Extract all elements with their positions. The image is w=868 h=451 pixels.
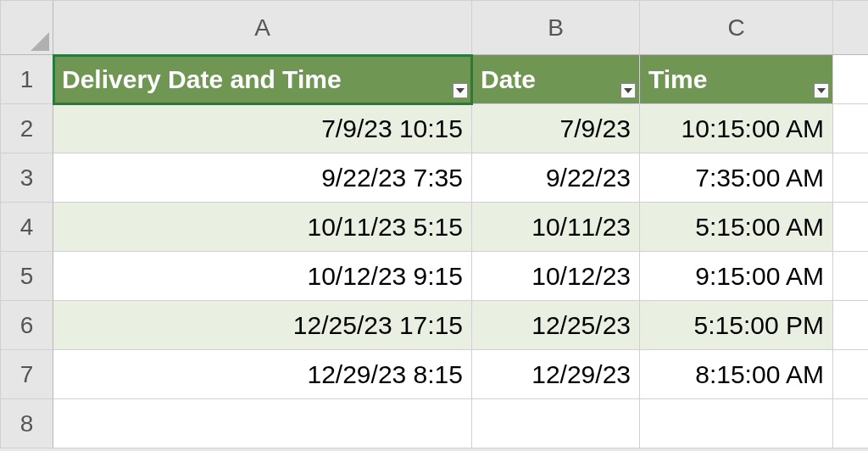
- col-header-c[interactable]: C: [640, 1, 833, 55]
- cell-c2[interactable]: 10:15:00 AM: [640, 104, 833, 153]
- cell-b5[interactable]: 10/12/23: [472, 252, 640, 301]
- row-header-1[interactable]: 1: [1, 55, 53, 104]
- col-header-d[interactable]: [833, 1, 868, 55]
- cell-a3[interactable]: 9/22/23 7:35: [53, 153, 472, 203]
- cell-b8[interactable]: [472, 399, 640, 448]
- cell-d8[interactable]: [833, 399, 868, 448]
- row-header-5[interactable]: 5: [1, 252, 53, 301]
- cell-c3[interactable]: 7:35:00 AM: [640, 153, 833, 203]
- cell-a1[interactable]: Delivery Date and Time: [53, 55, 472, 104]
- cell-d3[interactable]: [833, 153, 868, 203]
- filter-button-b[interactable]: [620, 83, 636, 98]
- cell-c5[interactable]: 9:15:00 AM: [640, 252, 833, 301]
- cell-b6[interactable]: 12/25/23: [472, 301, 640, 350]
- cell-d5[interactable]: [833, 252, 868, 301]
- row-header-6[interactable]: 6: [1, 301, 53, 350]
- cell-d1[interactable]: [833, 55, 868, 104]
- filter-button-c[interactable]: [814, 83, 829, 98]
- table-header-label: Date: [481, 65, 536, 94]
- cell-c1[interactable]: Time: [640, 55, 833, 104]
- cell-c7[interactable]: 8:15:00 AM: [640, 350, 833, 399]
- row-header-3[interactable]: 3: [1, 153, 53, 203]
- cell-c6[interactable]: 5:15:00 PM: [640, 301, 833, 350]
- cell-c4[interactable]: 5:15:00 AM: [640, 203, 833, 252]
- row-header-8[interactable]: 8: [1, 399, 53, 448]
- cell-a2[interactable]: 7/9/23 10:15: [53, 104, 472, 153]
- cell-a4[interactable]: 10/11/23 5:15: [53, 203, 472, 252]
- select-all-corner[interactable]: [1, 1, 53, 55]
- col-header-a[interactable]: A: [53, 1, 472, 55]
- col-header-b[interactable]: B: [472, 1, 640, 55]
- table-header-label: Delivery Date and Time: [62, 65, 342, 94]
- cell-b1[interactable]: Date: [472, 55, 640, 104]
- cell-b7[interactable]: 12/29/23: [472, 350, 640, 399]
- table-header-label: Time: [648, 65, 707, 94]
- row-header-4[interactable]: 4: [1, 203, 53, 252]
- cell-d4[interactable]: [833, 203, 868, 252]
- cell-a8[interactable]: [53, 399, 472, 448]
- cell-d7[interactable]: [833, 350, 868, 399]
- cell-a5[interactable]: 10/12/23 9:15: [53, 252, 472, 301]
- cell-c8[interactable]: [640, 399, 833, 448]
- filter-button-a[interactable]: [453, 83, 468, 98]
- cell-a7[interactable]: 12/29/23 8:15: [53, 350, 472, 399]
- cell-b4[interactable]: 10/11/23: [472, 203, 640, 252]
- row-header-7[interactable]: 7: [1, 350, 53, 399]
- row-header-2[interactable]: 2: [1, 104, 53, 153]
- cell-d6[interactable]: [833, 301, 868, 350]
- spreadsheet-grid: A B C 1 Delivery Date and Time Date Time…: [0, 0, 868, 448]
- cell-d2[interactable]: [833, 104, 868, 153]
- cell-b2[interactable]: 7/9/23: [472, 104, 640, 153]
- cell-b3[interactable]: 9/22/23: [472, 153, 640, 203]
- cell-a6[interactable]: 12/25/23 17:15: [53, 301, 472, 350]
